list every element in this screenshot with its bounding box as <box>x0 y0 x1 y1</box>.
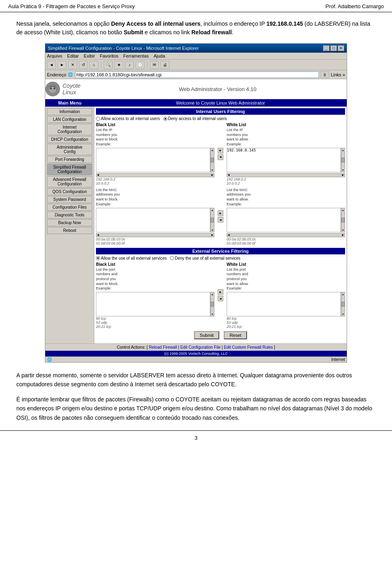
ip-whitelist-hscrollbar[interactable]: ◄ ► <box>227 173 345 177</box>
deny-ext-radio[interactable] <box>170 256 174 260</box>
sidebar-simplified-firewall[interactable]: Simplified Firewall Configuration <box>47 164 92 175</box>
body-paragraph2: A partir desse momento, somente o servid… <box>16 371 376 389</box>
ext-whitelist-input[interactable] <box>227 292 341 316</box>
ext-transfer-buttons[interactable]: ► ◄ <box>217 262 224 329</box>
ext-blacklist-scrollbar[interactable]: ▲ ▼ <box>210 292 214 316</box>
close-button[interactable]: ✕ <box>338 45 344 51</box>
address-input[interactable] <box>75 71 319 78</box>
mac-wscroll-up[interactable]: ▲ <box>342 209 345 212</box>
mac-transfer-buttons[interactable]: ► ◄ <box>217 188 224 245</box>
menu-ajuda[interactable]: Ajuda <box>154 53 165 58</box>
ie-window-controls[interactable]: _ □ ✕ <box>323 45 344 51</box>
ext-wscroll-thumb[interactable] <box>341 302 345 307</box>
reload-firewall-link[interactable]: Reload Firewall <box>149 345 177 350</box>
sidebar-qos-config[interactable]: QOS Configuration <box>47 188 92 195</box>
sidebar-config-files[interactable]: Configuration Files <box>47 204 92 211</box>
mac-wscroll-down[interactable]: ▼ <box>342 229 345 232</box>
whscroll-right[interactable]: ► <box>341 173 345 177</box>
sidebar-advanced-firewall[interactable]: Advanced Firewall Configuration <box>47 176 92 187</box>
reset-button[interactable]: Reset <box>224 331 247 339</box>
ext-transfer-left[interactable]: ◄ <box>218 296 223 301</box>
mac-blacklist-scrollbar[interactable]: ▲ ▼ <box>210 208 214 232</box>
ext-transfer-right[interactable]: ► <box>218 289 223 295</box>
scrollbar-down-arrow[interactable]: ▼ <box>211 169 214 171</box>
ext-bscroll-up[interactable]: ▲ <box>211 293 214 296</box>
maximize-button[interactable]: □ <box>330 45 337 51</box>
deny-all-option[interactable]: Deny access to all internal users <box>163 116 227 121</box>
transfer-left-button[interactable]: ◄ <box>218 154 223 160</box>
search-button[interactable]: 🔍 <box>104 61 113 69</box>
allow-all-option[interactable]: Allow access to all internal users <box>96 116 160 121</box>
mac-lists-row: List the MAC addresses you want to block… <box>96 188 345 245</box>
sidebar-reboot[interactable]: Reboot <box>47 227 92 234</box>
mac-whitelist-scrollbar[interactable]: ▲ ▼ <box>341 208 345 232</box>
stop-button[interactable]: ✕ <box>68 61 77 69</box>
print-button[interactable]: 🖨 <box>160 61 169 69</box>
whscroll-left[interactable]: ◄ <box>227 173 230 177</box>
mac-wscroll-thumb[interactable] <box>341 218 345 223</box>
menu-favoritos[interactable]: Favoritos <box>100 53 118 58</box>
hscroll-left[interactable]: ◄ <box>96 173 100 177</box>
mac-bscroll-up[interactable]: ▲ <box>211 209 214 212</box>
mac-whitelist-hscrollbar[interactable]: ◄ ► <box>227 233 345 237</box>
ext-blacklist-input[interactable] <box>96 292 210 316</box>
sidebar-admin-config[interactable]: Administrative Config <box>47 144 92 155</box>
menu-editar[interactable]: Editar <box>67 53 79 58</box>
mac-whitelist-input[interactable] <box>227 208 341 232</box>
edit-custom-link[interactable]: Edit Custom Firewall Rules <box>224 345 273 350</box>
ip-blacklist-input[interactable] <box>96 148 210 172</box>
refresh-button[interactable]: ↺ <box>79 61 88 69</box>
sidebar-information[interactable]: Information <box>47 108 92 115</box>
list-transfer-buttons[interactable]: ► ◄ <box>217 122 224 185</box>
back-button[interactable]: ◄ <box>47 61 56 69</box>
menu-exibir[interactable]: Exibir <box>84 53 95 58</box>
deny-all-radio[interactable] <box>163 117 167 121</box>
wscrollbar-up[interactable]: ▲ <box>342 149 345 151</box>
page-author: Prof. Adalberto Camargo <box>325 3 384 9</box>
transfer-right-button[interactable]: ► <box>218 148 223 154</box>
history-button[interactable]: 🕐 <box>136 61 145 69</box>
minimize-button[interactable]: _ <box>323 45 330 51</box>
scrollbar-thumb[interactable] <box>211 158 214 163</box>
mac-bscroll-thumb[interactable] <box>211 218 214 223</box>
ext-wscroll-up[interactable]: ▲ <box>342 293 345 296</box>
mac-blacklist-hscrollbar[interactable]: ◄ ► <box>96 233 214 237</box>
ip-blacklist-scrollbar[interactable]: ▲ ▼ <box>210 148 214 172</box>
submit-button[interactable]: Submit <box>194 331 219 339</box>
allow-ext-option[interactable]: Allow the use of all external services <box>96 256 167 261</box>
ip-blacklist-hscrollbar[interactable]: ◄ ► <box>96 173 214 177</box>
mac-blacklist-input[interactable] <box>96 208 210 232</box>
sidebar-dhcp-config[interactable]: DHCP Configuration <box>47 136 92 143</box>
sidebar-diagnostic-tools[interactable]: Diagnostic Tools <box>47 212 92 218</box>
mail-button[interactable]: ✉ <box>150 61 159 69</box>
wscrollbar-down[interactable]: ▼ <box>342 169 345 171</box>
media-button[interactable]: ♪ <box>125 61 134 69</box>
mac-bscroll-down[interactable]: ▼ <box>211 229 214 232</box>
sidebar-port-forwarding[interactable]: Port Forwarding <box>47 156 92 163</box>
ext-bscroll-thumb[interactable] <box>211 302 214 307</box>
mac-transfer-left[interactable]: ◄ <box>218 217 223 223</box>
ext-wscroll-down[interactable]: ▼ <box>342 313 345 316</box>
menu-ferramentas[interactable]: Ferramentas <box>123 53 149 58</box>
edit-config-link[interactable]: Edit Configuration File <box>180 345 220 350</box>
favorites-button[interactable]: ★ <box>114 61 123 69</box>
hscroll-right[interactable]: ► <box>211 173 214 177</box>
ip-whitelist-scrollbar[interactable]: ▲ ▼ <box>341 148 345 172</box>
allow-ext-radio[interactable] <box>96 256 100 260</box>
sidebar-lan-config[interactable]: LAN Configuration <box>47 116 92 123</box>
menu-arquivo[interactable]: Arquivo <box>47 53 62 58</box>
deny-ext-option[interactable]: Deny the use of all external services <box>170 256 241 261</box>
go-button[interactable]: Ir <box>321 71 329 78</box>
wscrollbar-thumb[interactable] <box>341 158 345 163</box>
forward-button[interactable]: ► <box>58 61 67 69</box>
ext-whitelist-scrollbar[interactable]: ▲ ▼ <box>341 292 345 316</box>
scrollbar-up-arrow[interactable]: ▲ <box>211 149 214 151</box>
sidebar-system-password[interactable]: System Password <box>47 196 92 203</box>
allow-all-radio[interactable] <box>96 117 100 121</box>
ip-whitelist-input[interactable]: 192.168.0.145 <box>227 148 341 172</box>
mac-transfer-right[interactable]: ► <box>218 210 223 216</box>
home-button[interactable]: ⌂ <box>89 61 98 69</box>
sidebar-backup-now[interactable]: Backup Now <box>47 219 92 226</box>
ext-bscroll-down[interactable]: ▼ <box>211 313 214 316</box>
sidebar-internet-config[interactable]: Internet Configuration <box>47 124 92 135</box>
